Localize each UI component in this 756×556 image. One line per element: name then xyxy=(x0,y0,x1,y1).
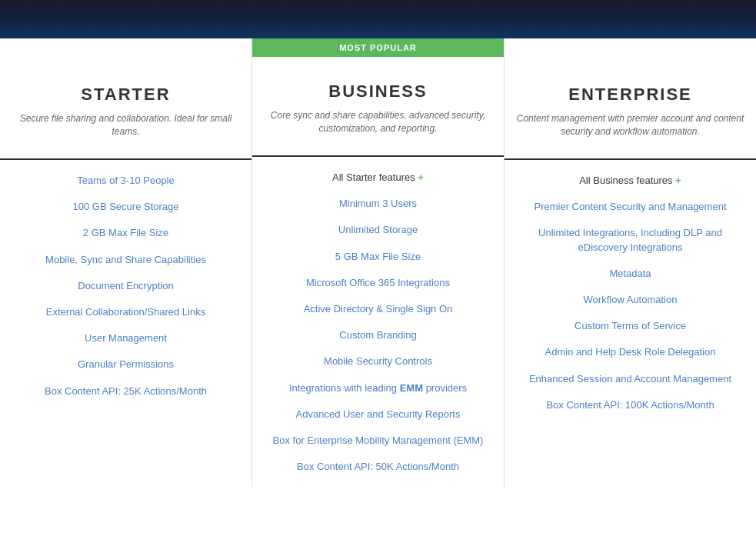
list-item: Premier Content Security and Management xyxy=(505,194,756,220)
list-item: Advanced User and Security Reports xyxy=(252,401,504,428)
list-item: 100 GB Secure Storage xyxy=(0,194,251,220)
header-cityscape xyxy=(0,0,756,38)
list-item: All Starter features + xyxy=(252,165,504,191)
list-item: Box Content API: 50K Actions/Month xyxy=(252,454,504,480)
starter-most-popular-placeholder xyxy=(0,38,251,60)
list-item: User Management xyxy=(0,325,251,351)
enterprise-plan-header: ENTERPRISE Content management with premi… xyxy=(505,60,756,160)
starter-plan-header: STARTER Secure file sharing and collabor… xyxy=(0,60,251,160)
list-item: Document Encryption xyxy=(0,273,251,299)
list-item: Admin and Help Desk Role Delegation xyxy=(505,339,756,365)
list-item: Active Directory & Single Sign On xyxy=(252,296,504,322)
business-features: All Starter features + Minimum 3 Users U… xyxy=(252,157,504,488)
list-item: External Collaboration/Shared Links xyxy=(0,299,251,325)
list-item: All Business features + xyxy=(505,168,756,194)
list-item: Custom Terms of Service xyxy=(505,313,756,339)
list-item: Custom Branding xyxy=(252,322,504,348)
list-item: Unlimited Storage xyxy=(252,217,504,243)
list-item: Teams of 3-10 People xyxy=(0,168,251,194)
starter-features: Teams of 3-10 People 100 GB Secure Stora… xyxy=(0,160,251,412)
list-item: Integrations with leading EMM providers xyxy=(252,375,504,401)
list-item: Microsoft Office 365 Integrations xyxy=(252,270,504,296)
business-plan-header: BUSINESS Core sync and share capabilitie… xyxy=(252,57,504,157)
enterprise-most-popular-placeholder xyxy=(505,38,756,60)
list-item: Box Content API: 25K Actions/Month xyxy=(0,378,251,405)
business-plan-col: MOST POPULAR BUSINESS Core sync and shar… xyxy=(252,38,505,488)
list-item: Mobile Security Controls xyxy=(252,348,504,375)
list-item: Box for Enterprise Mobility Management (… xyxy=(252,428,504,454)
list-item: 2 GB Max File Size xyxy=(0,220,251,246)
list-item: Unlimited Integrations, Including DLP an… xyxy=(505,220,756,260)
starter-plan-col: STARTER Secure file sharing and collabor… xyxy=(0,38,252,488)
list-item: Granular Permissions xyxy=(0,351,251,378)
business-plan-desc: Core sync and share capabilities, advanc… xyxy=(264,109,492,135)
enterprise-plan-name: ENTERPRISE xyxy=(568,85,692,105)
most-popular-badge: MOST POPULAR xyxy=(252,38,504,57)
list-item: Box Content API: 100K Actions/Month xyxy=(505,392,756,418)
list-item: Workflow Automation xyxy=(505,287,756,313)
starter-plan-desc: Secure file sharing and collaboration. I… xyxy=(12,112,240,138)
enterprise-plan-col: ENTERPRISE Content management with premi… xyxy=(505,38,756,488)
enterprise-features: All Business features + Premier Content … xyxy=(505,160,756,426)
list-item: Enhanced Session and Account Management xyxy=(505,366,756,392)
list-item: Minimum 3 Users xyxy=(252,191,504,217)
pricing-table: STARTER Secure file sharing and collabor… xyxy=(0,38,756,488)
enterprise-plan-desc: Content management with premier account … xyxy=(516,112,744,138)
list-item: Metadata xyxy=(505,261,756,287)
business-plan-name: BUSINESS xyxy=(328,82,427,102)
list-item: 5 GB Max File Size xyxy=(252,244,504,270)
list-item: Mobile, Sync and Share Capabilities xyxy=(0,247,251,273)
starter-plan-name: STARTER xyxy=(81,85,170,105)
